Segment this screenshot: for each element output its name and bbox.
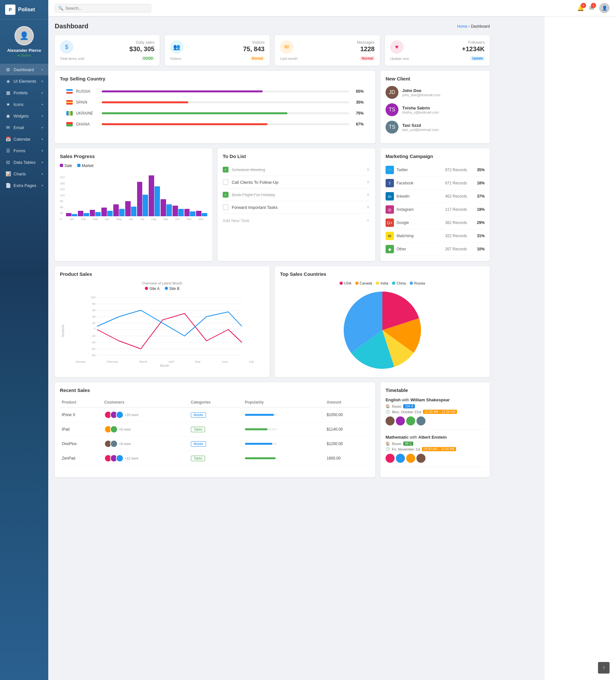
sale-bar [66, 213, 72, 216]
tt-avatar [406, 454, 415, 463]
legend-china: China [392, 281, 406, 285]
sale-bar [196, 211, 201, 216]
sidebar-item-label: Icons [13, 102, 24, 107]
amount-cell: 1600.00 [325, 451, 370, 466]
popularity-bar [245, 428, 268, 430]
chevron-icon: ▾ [41, 114, 43, 118]
scroll-top-button[interactable]: ↑ [598, 662, 610, 674]
market-bar [166, 204, 172, 216]
bar-group [161, 199, 172, 216]
mkt-records: 117 Records [445, 207, 471, 212]
room-badge: 98 C [403, 442, 413, 446]
country-bar-wrap [102, 102, 349, 103]
todo-delete[interactable]: ✕ [366, 167, 370, 172]
tt-time: 🕐 Mon, October 21st 10.00 AM – 12.00 AM [386, 410, 485, 414]
legend-sale: Sale [60, 164, 72, 168]
notifications-button[interactable]: 🔔 9 [577, 4, 584, 11]
user-avatar-header[interactable]: 👤 [599, 3, 610, 13]
chevron-icon: ▾ [41, 103, 43, 106]
table-row: iPad +6 more Tablet [60, 422, 370, 437]
mkt-records: 462 Records [445, 194, 471, 199]
country-name: UKRAINE [76, 111, 99, 116]
sidebar-item-portlets[interactable]: ▦ Portlets ▾ [0, 87, 48, 98]
amount-cell: $1140.00 [325, 422, 370, 437]
marketing-row-facebook: f Facebook 671 Records 18% [386, 177, 485, 190]
product-sales-legend: Site A Site B [60, 286, 264, 291]
bar-group [149, 175, 160, 216]
chevron-icon: ▾ [41, 137, 43, 141]
stat-value: $30, 305 [130, 46, 155, 53]
sidebar-item-icons[interactable]: ★ Icons ▾ [0, 98, 48, 110]
sidebar-item-label: Calendar [13, 137, 31, 142]
market-bar [131, 207, 137, 216]
todo-delete[interactable]: ✕ [366, 179, 370, 185]
sidebar-item-extra-pages[interactable]: 📄 Extra Pages ▾ [0, 179, 48, 191]
todo-delete[interactable]: ✕ [366, 192, 370, 197]
sale-bar [137, 182, 143, 216]
top-selling-card: Top Selling Country RUSSIA 65% SPAIN 35%… [55, 71, 375, 143]
todo-text: Call Clients To Follow-Up [232, 180, 363, 185]
add-task-button[interactable]: Add New Task ＋ [223, 218, 370, 223]
stat-footer-text: Total items sold [60, 57, 84, 60]
market-bar [190, 211, 195, 216]
line-chart-svg: 100 80 60 40 20 0 -20 -40 -60 -80 [65, 294, 264, 359]
legend-dot-usa [339, 282, 343, 285]
legend-dot-india [376, 282, 379, 285]
col-popularity: Popularity [243, 397, 325, 407]
stat-badge: Update [471, 56, 485, 60]
sidebar-item-charts[interactable]: 📊 Charts ▾ [0, 168, 48, 179]
chevron-icon: ▾ [41, 161, 43, 164]
country-row: SPAIN 35% [66, 100, 364, 105]
product-name: OnePlus [60, 437, 102, 451]
search-box[interactable]: 🔍 [55, 4, 151, 12]
market-bar [202, 213, 207, 216]
legend-dot-russia [410, 282, 413, 285]
bar-group [102, 207, 113, 216]
sidebar-nav: ⊞ Dashboard ▾ ◈ UI Elements ▾ ▦ Portlets… [0, 64, 48, 680]
marketing-row-linkedin: in linkedin 462 Records 37% [386, 190, 485, 203]
legend-label-india: India [381, 281, 388, 285]
main-content: Dashboard Home › Dashboard $ Daily sales… [48, 16, 496, 680]
x-axis-label: Month [65, 364, 264, 368]
messages-button[interactable]: ✉ 3 [589, 4, 594, 11]
sidebar-item-widgets[interactable]: ◉ Widgets ▾ [0, 110, 48, 122]
stat-footer-text: Visitors [170, 57, 181, 60]
popularity-bar [245, 414, 274, 416]
other-icon: ◆ [386, 245, 394, 253]
popularity-cell [243, 422, 325, 437]
chevron-icon: ▾ [41, 184, 43, 187]
tt-avatar [386, 454, 395, 463]
todo-delete[interactable]: ✕ [366, 205, 370, 210]
chevron-icon: ▾ [41, 172, 43, 176]
table-row: OnePlus +8 more Mobile [60, 437, 370, 451]
sidebar-item-data-tables[interactable]: ⊟ Data Tables ▾ [0, 157, 48, 168]
search-input[interactable] [65, 6, 148, 10]
messages-icon: ✉ [280, 40, 293, 54]
todo-text: Forward Important Tasks [232, 205, 363, 210]
sidebar-item-ui-elements[interactable]: ◈ UI Elements ▾ [0, 75, 48, 87]
pie-chart-svg [344, 291, 421, 369]
todo-check[interactable]: ✓ [223, 167, 228, 172]
portlets-icon: ▦ [5, 90, 11, 95]
legend-india: India [376, 281, 388, 285]
client-email: tasi_szd@testmail.com [402, 128, 439, 132]
marketing-row-google: G+ Google 382 Records 29% [386, 216, 485, 229]
todo-check[interactable]: ✓ [223, 192, 228, 198]
mkt-name: Other [396, 247, 443, 251]
mkt-name: Mailchimp [396, 234, 443, 238]
breadcrumb-home[interactable]: Home [457, 24, 468, 29]
svg-text:-60: -60 [91, 347, 95, 350]
country-row: UKRAINE 75% [66, 111, 364, 116]
product-sales-card: Product Sales Overview of Latest Month S… [55, 266, 270, 377]
todo-item: Forward Important Tasks ✕ [223, 201, 370, 214]
extra-pages-icon: 📄 [5, 183, 11, 188]
todo-check[interactable] [223, 179, 228, 185]
sidebar-item-calendar[interactable]: 📅 Calendar ▾ [0, 133, 48, 145]
sidebar-item-email[interactable]: ✉ Email ▾ [0, 122, 48, 133]
col-product: Product [60, 397, 102, 407]
sale-bar [102, 207, 107, 216]
todo-check[interactable] [223, 204, 228, 210]
sidebar-item-forms[interactable]: ☰ Forms ▾ [0, 145, 48, 157]
sidebar-item-dashboard[interactable]: ⊞ Dashboard ▾ [0, 64, 48, 75]
legend-market: Market [77, 164, 94, 168]
